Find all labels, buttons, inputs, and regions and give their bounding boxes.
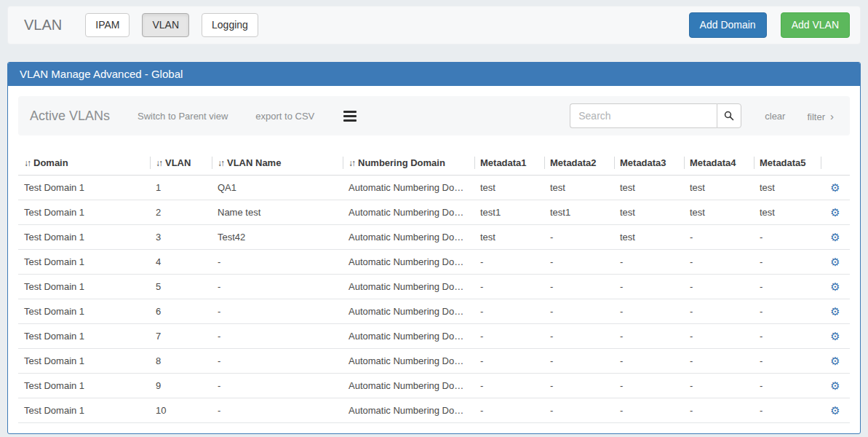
page-title: VLAN [24, 17, 62, 34]
table-row: Test Domain 13Test42Automatic Numbering … [18, 225, 850, 250]
row-settings-gear-icon[interactable]: ⚙ [830, 280, 840, 293]
cell-metadata4: - [684, 299, 754, 324]
cell-actions: ⚙ [821, 225, 850, 250]
cell-actions: ⚙ [821, 299, 850, 324]
cell-vlan-name: - [212, 275, 343, 299]
cell-metadata1: - [474, 398, 544, 423]
panel-heading: VLAN Manage Advanced - Global [8, 63, 860, 86]
column-header-numbering-domain[interactable]: ↓↑Numbering Domain [343, 153, 474, 176]
cell-numbering-domain: Automatic Numbering Doma... [343, 349, 474, 374]
cell-metadata3: - [614, 250, 684, 275]
switch-parent-view-link[interactable]: Switch to Parent view [138, 111, 228, 122]
cell-domain: Test Domain 1 [18, 200, 150, 225]
cell-metadata3: - [614, 275, 684, 299]
vlan-table: ↓↑Domain↓↑VLAN↓↑VLAN Name↓↑Numbering Dom… [18, 153, 850, 423]
cell-vlan-name: - [212, 398, 343, 423]
export-csv-link[interactable]: export to CSV [255, 111, 314, 122]
cell-metadata1: - [474, 374, 544, 398]
cell-metadata4: - [684, 324, 754, 349]
cell-vlan: 3 [150, 225, 212, 250]
row-settings-gear-icon[interactable]: ⚙ [830, 231, 840, 243]
nav-button-logging[interactable]: Logging [202, 13, 258, 37]
cell-metadata4: test [684, 200, 754, 225]
column-header-domain[interactable]: ↓↑Domain [18, 153, 150, 176]
cell-metadata3: test [614, 176, 684, 200]
cell-numbering-domain: Automatic Numbering Doma... [343, 324, 474, 349]
active-vlans-title: Active VLANs [30, 109, 110, 124]
cell-metadata1: - [474, 349, 544, 374]
cell-metadata2: - [544, 275, 614, 299]
cell-metadata4: - [684, 275, 754, 299]
cell-metadata5: - [754, 299, 821, 324]
cell-metadata1: - [474, 299, 544, 324]
column-header-metadata2: Metadata2 [544, 153, 614, 176]
cell-actions: ⚙ [821, 324, 850, 349]
cell-metadata1: - [474, 250, 544, 275]
cell-vlan-name: - [212, 324, 343, 349]
search-input[interactable] [570, 103, 717, 128]
column-header-metadata5: Metadata5 [754, 153, 821, 176]
filter-link[interactable]: filter› [807, 110, 834, 122]
cell-vlan: 8 [150, 349, 212, 374]
table-header-row: ↓↑Domain↓↑VLAN↓↑VLAN Name↓↑Numbering Dom… [18, 153, 850, 176]
cell-metadata2: test1 [544, 200, 614, 225]
cell-vlan: 1 [150, 176, 212, 200]
column-header-vlan[interactable]: ↓↑VLAN [150, 153, 212, 176]
cell-metadata5: - [754, 324, 821, 349]
row-settings-gear-icon[interactable]: ⚙ [830, 206, 840, 219]
row-settings-gear-icon[interactable]: ⚙ [830, 181, 840, 194]
table-row: Test Domain 15-Automatic Numbering Doma.… [18, 275, 850, 299]
nav-button-vlan[interactable]: VLAN [142, 13, 189, 37]
row-settings-gear-icon[interactable]: ⚙ [830, 330, 840, 342]
cell-metadata2: - [544, 225, 614, 250]
cell-domain: Test Domain 1 [18, 324, 150, 349]
cell-actions: ⚙ [821, 374, 850, 398]
add-vlan-button[interactable]: Add VLAN [781, 12, 850, 38]
menu-icon[interactable] [342, 109, 358, 123]
table-toolbar: Active VLANs Switch to Parent view expor… [18, 96, 850, 135]
table-row: Test Domain 17-Automatic Numbering Doma.… [18, 324, 850, 349]
cell-metadata1: test [474, 176, 544, 200]
clear-link[interactable]: clear [765, 111, 785, 122]
cell-actions: ⚙ [821, 176, 850, 200]
filter-link-label: filter [807, 111, 825, 122]
cell-vlan: 10 [150, 398, 212, 423]
cell-vlan: 7 [150, 324, 212, 349]
column-header-vlan-name[interactable]: ↓↑VLAN Name [212, 153, 343, 176]
cell-vlan: 6 [150, 299, 212, 324]
cell-numbering-domain: Automatic Numbering Doma... [343, 299, 474, 324]
table-row: Test Domain 18-Automatic Numbering Doma.… [18, 349, 850, 374]
column-header-actions [821, 153, 850, 176]
row-settings-gear-icon[interactable]: ⚙ [830, 355, 840, 367]
column-header-metadata3: Metadata3 [614, 153, 684, 176]
add-domain-button[interactable]: Add Domain [689, 12, 767, 38]
cell-metadata5: - [754, 250, 821, 275]
table-row: Test Domain 11QA1Automatic Numbering Dom… [18, 176, 850, 200]
cell-metadata4: test [684, 176, 754, 200]
row-settings-gear-icon[interactable]: ⚙ [830, 379, 840, 392]
cell-domain: Test Domain 1 [18, 275, 150, 299]
cell-domain: Test Domain 1 [18, 349, 150, 374]
cell-metadata4: - [684, 225, 754, 250]
cell-metadata2: - [544, 324, 614, 349]
top-navbar: VLAN IPAM VLAN Logging Add Domain Add VL… [7, 6, 861, 44]
row-settings-gear-icon[interactable]: ⚙ [830, 305, 840, 318]
cell-vlan-name: - [212, 299, 343, 324]
cell-actions: ⚙ [821, 398, 850, 423]
column-header-metadata1: Metadata1 [474, 153, 544, 176]
cell-numbering-domain: Automatic Numbering Doma... [343, 176, 474, 200]
cell-metadata3: - [614, 398, 684, 423]
cell-metadata4: - [684, 250, 754, 275]
cell-vlan: 4 [150, 250, 212, 275]
sort-icon: ↓↑ [218, 158, 223, 168]
cell-metadata3: test [614, 200, 684, 225]
row-settings-gear-icon[interactable]: ⚙ [830, 404, 840, 417]
search-button[interactable] [717, 103, 741, 128]
cell-metadata1: test [474, 225, 544, 250]
cell-vlan: 9 [150, 374, 212, 398]
row-settings-gear-icon[interactable]: ⚙ [830, 256, 840, 268]
cell-metadata4: - [684, 374, 754, 398]
nav-button-ipam[interactable]: IPAM [85, 13, 130, 37]
cell-metadata5: - [754, 374, 821, 398]
cell-metadata5: - [754, 398, 821, 423]
